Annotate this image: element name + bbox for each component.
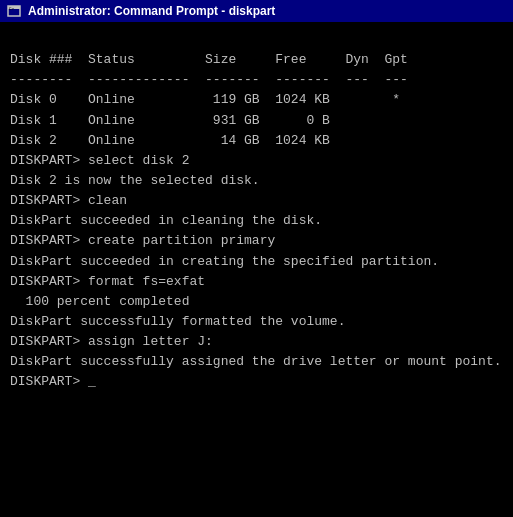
window-title: Administrator: Command Prompt - diskpart — [28, 4, 275, 18]
terminal-line: DiskPart succeeded in cleaning the disk. — [10, 211, 503, 231]
terminal-line: DISKPART> format fs=exfat — [10, 272, 503, 292]
terminal-line: -------- ------------- ------- ------- -… — [10, 70, 503, 90]
terminal-line: DISKPART> clean — [10, 191, 503, 211]
terminal-line: 100 percent completed — [10, 292, 503, 312]
terminal-line: Disk 1 Online 931 GB 0 B — [10, 111, 503, 131]
window-icon: C> — [6, 3, 22, 19]
terminal-body[interactable]: Disk ### Status Size Free Dyn Gpt-------… — [0, 22, 513, 517]
terminal-line: Disk 0 Online 119 GB 1024 KB * — [10, 90, 503, 110]
title-bar: C> Administrator: Command Prompt - diskp… — [0, 0, 513, 22]
terminal-line: DiskPart successfully assigned the drive… — [10, 352, 503, 372]
terminal-line: DiskPart succeeded in creating the speci… — [10, 252, 503, 272]
terminal-line: Disk 2 Online 14 GB 1024 KB — [10, 131, 503, 151]
terminal-line: DISKPART> create partition primary — [10, 231, 503, 251]
svg-text:C>: C> — [9, 6, 14, 11]
terminal-line: DiskPart successfully formatted the volu… — [10, 312, 503, 332]
terminal-line: Disk 2 is now the selected disk. — [10, 171, 503, 191]
terminal-line: Disk ### Status Size Free Dyn Gpt — [10, 50, 503, 70]
terminal-line: DISKPART> assign letter J: — [10, 332, 503, 352]
terminal-line: DISKPART> select disk 2 — [10, 151, 503, 171]
terminal-line: DISKPART> _ — [10, 372, 503, 392]
